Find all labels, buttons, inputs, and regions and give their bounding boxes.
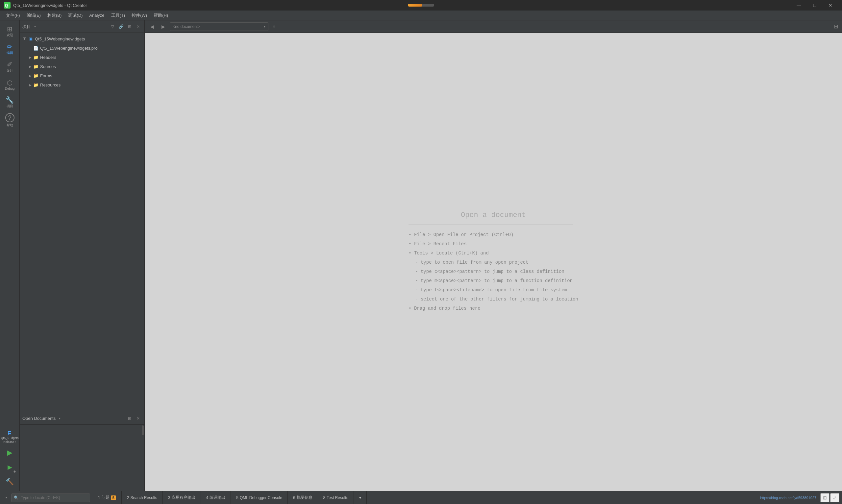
status-tab-test-results[interactable]: 8 Test Results [318, 491, 354, 504]
minimize-button[interactable]: — [791, 0, 806, 11]
hint-item-8: Drag and drop files here [409, 304, 578, 313]
open-docs-split-button[interactable]: ⊞ [126, 415, 133, 422]
locate-input[interactable] [11, 493, 90, 502]
tab-summary-number: 6 [293, 496, 295, 500]
project-tree: ▶ ▣ Qt5_15Webenginewidgets ▶ 📄 Qt5_15Web… [20, 33, 144, 412]
build-project-label: Qt5_1···dgets [1, 436, 18, 440]
sidebar-item-edit[interactable]: ✏ 编辑 [1, 41, 18, 58]
tab-dropdown-arrow: ▾ [359, 496, 361, 500]
status-tab-app-output[interactable]: 3 应用程序输出 [163, 491, 201, 504]
headers-expand-arrow: ▶ [28, 55, 33, 60]
help-icon: ? [5, 113, 15, 122]
close-button[interactable]: ✕ [823, 0, 838, 11]
svg-text:Q: Q [5, 3, 8, 8]
editor-document-selector[interactable]: <no document> ▾ [170, 22, 268, 31]
hint-item-5: type m<space><pattern> to jump to a func… [409, 276, 578, 285]
forms-icon: 📁 [33, 73, 39, 78]
tree-item-resources[interactable]: ▶ 📁 Resources [20, 80, 144, 89]
status-tab-summary[interactable]: 6 概要信息 [288, 491, 318, 504]
project-panel-title-area[interactable]: 项目 ▾ [22, 24, 36, 30]
menu-controls[interactable]: 控件(W) [128, 11, 150, 20]
menu-edit[interactable]: 编辑(E) [23, 11, 44, 20]
status-tab-qml-debugger[interactable]: 5 QML Debugger Console [231, 491, 288, 504]
tab-app-label: 应用程序输出 [172, 495, 195, 500]
app-icon: Q [4, 2, 11, 8]
open-docs-actions: ⊞ ✕ [126, 415, 142, 422]
sources-icon: 📁 [33, 64, 39, 69]
menu-file[interactable]: 文件(F) [3, 11, 23, 20]
hint-item-2: Tools > Locate (Ctrl+K) and [409, 249, 578, 258]
status-bar: ▪ 🔍 1 问题 5 2 Search Results 3 应用程序输出 4 编… [0, 491, 842, 504]
tab-compile-label: 编译输出 [210, 495, 225, 500]
menu-help[interactable]: 帮助(H) [150, 11, 172, 20]
open-docs-scrollbar-thumb [142, 426, 144, 435]
resources-icon: 📁 [33, 82, 39, 88]
sidebar-item-welcome[interactable]: ⊞ 欢迎 [1, 23, 18, 40]
editor-forward-button[interactable]: ▶ [159, 22, 168, 31]
welcome-label: 欢迎 [6, 33, 13, 37]
menu-build[interactable]: 构建(B) [44, 11, 65, 20]
run-button[interactable]: ▶ [3, 446, 16, 459]
tab-summary-label: 概要信息 [297, 495, 312, 500]
status-right-url[interactable]: https://blog.csdn.net/lyd593891927 [756, 496, 820, 500]
editor-area: ◀ ▶ <no document> ▾ ✕ ⊞ Open a document … [145, 20, 842, 491]
status-hide-button[interactable]: ▪ [3, 494, 10, 501]
project-split-button[interactable]: ⊞ [126, 23, 133, 30]
sources-expand-arrow: ▶ [28, 64, 33, 69]
tree-item-headers[interactable]: ▶ 📁 Headers [20, 53, 144, 62]
help-label: 帮助 [6, 123, 13, 128]
editor-toolbar: ◀ ▶ <no document> ▾ ✕ ⊞ [145, 20, 842, 33]
app-title: Qt5_15Webenginewidgets - Qt Creator [13, 3, 87, 8]
tree-item-sources[interactable]: ▶ 📁 Sources [20, 62, 144, 71]
tab-search-label: Search Results [130, 496, 157, 500]
progress-bar-container [408, 4, 434, 6]
sidebar-item-debug[interactable]: ⬡ Debug [1, 76, 18, 93]
status-tab-issues[interactable]: 1 问题 5 [93, 491, 122, 504]
build-config-text: Release [3, 440, 14, 444]
status-expand-button[interactable]: ⤢ [830, 493, 839, 502]
forms-expand-arrow: ▶ [28, 73, 33, 78]
tree-item-root[interactable]: ▶ ▣ Qt5_15Webenginewidgets [20, 34, 144, 43]
tree-item-pro[interactable]: ▶ 📄 Qt5_15Webenginewidgets.pro [20, 43, 144, 53]
root-expand-arrow: ▶ [22, 36, 28, 41]
build-config-label: Release › [3, 440, 16, 444]
open-documents-header: Open Documents ▾ ⊞ ✕ [20, 412, 144, 425]
maximize-button[interactable]: □ [807, 0, 822, 11]
open-docs-dropdown-arrow: ▾ [59, 417, 60, 420]
build-label-container[interactable]: 🖥 Qt5_1···dgets Release › [1, 430, 18, 444]
design-icon: ✐ [7, 61, 13, 68]
open-documents-content [20, 425, 144, 491]
hint-divider [409, 224, 573, 225]
status-tab-search-results[interactable]: 2 Search Results [122, 491, 163, 504]
tree-item-forms[interactable]: ▶ 📁 Forms [20, 71, 144, 80]
tab-issues-number: 1 [98, 496, 100, 500]
menu-analyze[interactable]: Analyze [86, 12, 108, 19]
pro-icon: 📄 [33, 45, 39, 51]
open-docs-scrollbar[interactable] [141, 425, 144, 491]
menu-debug[interactable]: 调试(D) [65, 11, 86, 20]
sidebar-item-help[interactable]: ? 帮助 [1, 112, 18, 129]
sidebar-item-design[interactable]: ✐ 设计 [1, 58, 18, 76]
project-panel-title: 项目 [22, 24, 31, 30]
project-close-button[interactable]: ✕ [135, 23, 142, 30]
tab-issues-badge: 5 [111, 496, 116, 500]
status-settings-button[interactable]: ⊞ [820, 493, 829, 502]
welcome-icon: ⊞ [7, 26, 13, 32]
project-panel-header: 项目 ▾ ▽ 🔗 ⊞ ✕ [20, 20, 144, 33]
menu-bar: 文件(F) 编辑(E) 构建(B) 调试(D) Analyze 工具(T) 控件… [0, 11, 842, 20]
sidebar-item-project[interactable]: 🔧 项目 [1, 94, 18, 111]
editor-close-document-button[interactable]: ✕ [270, 23, 277, 30]
menu-tools[interactable]: 工具(T) [108, 11, 129, 20]
open-documents-title: Open Documents [22, 416, 56, 421]
editor-add-split-button[interactable]: ⊞ [832, 23, 839, 30]
build-button[interactable]: 🔨 [3, 475, 16, 488]
status-left: ▪ 🔍 [0, 493, 93, 502]
open-docs-close-button[interactable]: ✕ [135, 415, 142, 422]
resources-label: Resources [40, 83, 60, 87]
project-link-button[interactable]: 🔗 [118, 23, 125, 30]
project-filter-button[interactable]: ▽ [109, 23, 116, 30]
editor-back-button[interactable]: ◀ [147, 22, 157, 31]
debug-run-button[interactable]: ▶ ⬢ [3, 461, 16, 474]
status-tab-dropdown[interactable]: ▾ [354, 491, 367, 504]
status-tab-compile-output[interactable]: 4 编译输出 [201, 491, 231, 504]
